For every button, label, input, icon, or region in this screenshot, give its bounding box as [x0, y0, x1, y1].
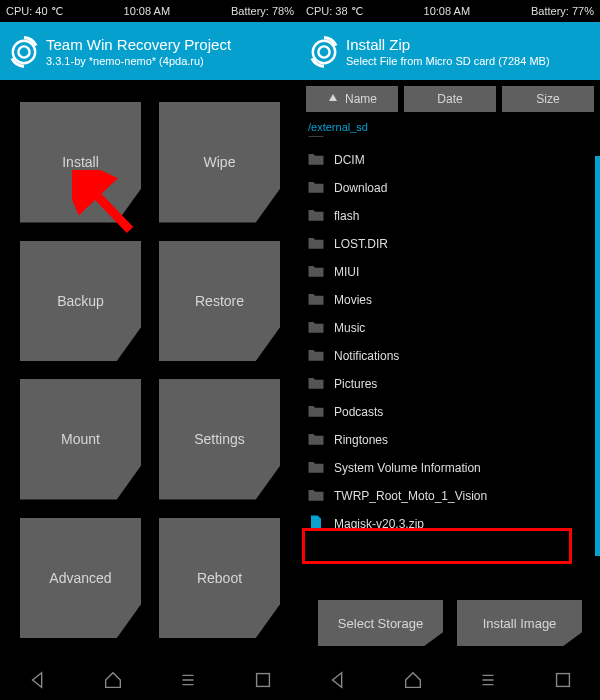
- main-menu-grid: Install Wipe Backup Restore Mount Settin…: [0, 80, 300, 660]
- status-time: 10:08 AM: [124, 5, 170, 17]
- folder-icon: [306, 429, 326, 452]
- nav-bar: [0, 660, 300, 700]
- folder-icon: [306, 373, 326, 396]
- recent-icon[interactable]: [552, 669, 574, 691]
- file-label: Download: [334, 181, 387, 195]
- folder-icon: [306, 149, 326, 172]
- reboot-button[interactable]: Reboot: [159, 518, 280, 639]
- folder-icon: [306, 401, 326, 424]
- folder-row[interactable]: Notifications: [306, 342, 596, 370]
- scrollbar[interactable]: [595, 156, 600, 556]
- status-battery: Battery: 78%: [231, 5, 294, 17]
- install-image-button[interactable]: Install Image: [457, 600, 582, 646]
- status-time: 10:08 AM: [424, 5, 470, 17]
- file-label: TWRP_Root_Moto_1_Vision: [334, 489, 487, 503]
- file-label: LOST.DIR: [334, 237, 388, 251]
- folder-row[interactable]: Ringtones: [306, 426, 596, 454]
- file-label: System Volume Information: [334, 461, 481, 475]
- folder-row[interactable]: Pictures: [306, 370, 596, 398]
- settings-button[interactable]: Settings: [159, 379, 280, 500]
- twrp-header: Team Win Recovery Project 3.3.1-by *nemo…: [0, 22, 300, 80]
- page-subtitle: 3.3.1-by *nemo-nemo* (4pda.ru): [46, 55, 231, 69]
- folder-icon: [306, 261, 326, 284]
- file-label: Podcasts: [334, 405, 383, 419]
- sort-asc-icon: [327, 92, 339, 107]
- file-label: MIUI: [334, 265, 359, 279]
- file-list[interactable]: Ar r oDCIMDownloadflashLOST.DIRMIUIMovie…: [300, 136, 600, 582]
- svg-point-1: [18, 46, 29, 57]
- svg-point-5: [318, 46, 329, 57]
- folder-icon: [306, 317, 326, 340]
- file-row[interactable]: Magisk-v20.3.zip: [306, 510, 596, 538]
- file-label: Magisk-v20.3.zip: [334, 517, 424, 531]
- nav-bar: [300, 660, 600, 700]
- sort-date-button[interactable]: Date: [404, 86, 496, 112]
- page-title: Install Zip: [346, 36, 550, 55]
- path-breadcrumb[interactable]: /external_sd: [300, 118, 600, 136]
- select-storage-button[interactable]: Select Storage: [318, 600, 443, 646]
- page-subtitle: Select File from Micro SD card (7284 MB): [346, 55, 550, 69]
- folder-icon: [306, 289, 326, 312]
- device-right: CPU: 38 ℃ 10:08 AM Battery: 77% Install …: [300, 0, 600, 700]
- file-label: Pictures: [334, 377, 377, 391]
- back-icon[interactable]: [327, 669, 349, 691]
- status-battery: Battery: 77%: [531, 5, 594, 17]
- folder-row[interactable]: Movies: [306, 286, 596, 314]
- file-icon: [306, 513, 326, 536]
- backup-button[interactable]: Backup: [20, 241, 141, 362]
- folder-icon: [306, 457, 326, 480]
- folder-icon: [306, 345, 326, 368]
- wipe-button[interactable]: Wipe: [159, 102, 280, 223]
- twrp-logo-icon: [8, 36, 40, 68]
- sort-label: Name: [345, 92, 377, 106]
- recent-icon[interactable]: [252, 669, 274, 691]
- file-label: Movies: [334, 293, 372, 307]
- bottom-actions: Select Storage Install Image: [300, 582, 600, 660]
- sort-tabs: Name Date Size: [300, 80, 600, 118]
- file-label: Music: [334, 321, 365, 335]
- folder-row[interactable]: System Volume Information: [306, 454, 596, 482]
- restore-button[interactable]: Restore: [159, 241, 280, 362]
- folder-row[interactable]: Music: [306, 314, 596, 342]
- file-label: DCIM: [334, 153, 365, 167]
- install-button[interactable]: Install: [20, 102, 141, 223]
- svg-point-4: [313, 41, 335, 63]
- file-label: Notifications: [334, 349, 399, 363]
- sort-size-button[interactable]: Size: [502, 86, 594, 112]
- advanced-button[interactable]: Advanced: [20, 518, 141, 639]
- device-left: CPU: 40 ℃ 10:08 AM Battery: 78% Team Win…: [0, 0, 300, 700]
- file-label: flash: [334, 209, 359, 223]
- svg-rect-3: [256, 674, 269, 687]
- folder-icon: [306, 136, 326, 144]
- home-icon[interactable]: [102, 669, 124, 691]
- folder-row[interactable]: Ar r o: [306, 136, 596, 146]
- status-cpu: CPU: 40 ℃: [6, 5, 63, 18]
- file-label: Ringtones: [334, 433, 388, 447]
- svg-rect-6: [556, 674, 569, 687]
- svg-point-0: [13, 41, 35, 63]
- twrp-logo-icon: [308, 36, 340, 68]
- folder-row[interactable]: DCIM: [306, 146, 596, 174]
- page-title: Team Win Recovery Project: [46, 36, 231, 55]
- folder-row[interactable]: TWRP_Root_Moto_1_Vision: [306, 482, 596, 510]
- menu-icon[interactable]: [477, 669, 499, 691]
- folder-icon: [306, 233, 326, 256]
- menu-icon[interactable]: [177, 669, 199, 691]
- folder-row[interactable]: MIUI: [306, 258, 596, 286]
- status-bar: CPU: 40 ℃ 10:08 AM Battery: 78%: [0, 0, 300, 22]
- back-icon[interactable]: [27, 669, 49, 691]
- folder-row[interactable]: Podcasts: [306, 398, 596, 426]
- twrp-header: Install Zip Select File from Micro SD ca…: [300, 22, 600, 80]
- file-label: Ar r o: [334, 136, 363, 139]
- status-bar: CPU: 38 ℃ 10:08 AM Battery: 77%: [300, 0, 600, 22]
- folder-icon: [306, 177, 326, 200]
- folder-icon: [306, 485, 326, 508]
- folder-row[interactable]: LOST.DIR: [306, 230, 596, 258]
- mount-button[interactable]: Mount: [20, 379, 141, 500]
- home-icon[interactable]: [402, 669, 424, 691]
- folder-icon: [306, 205, 326, 228]
- sort-name-button[interactable]: Name: [306, 86, 398, 112]
- folder-row[interactable]: flash: [306, 202, 596, 230]
- folder-row[interactable]: Download: [306, 174, 596, 202]
- status-cpu: CPU: 38 ℃: [306, 5, 363, 18]
